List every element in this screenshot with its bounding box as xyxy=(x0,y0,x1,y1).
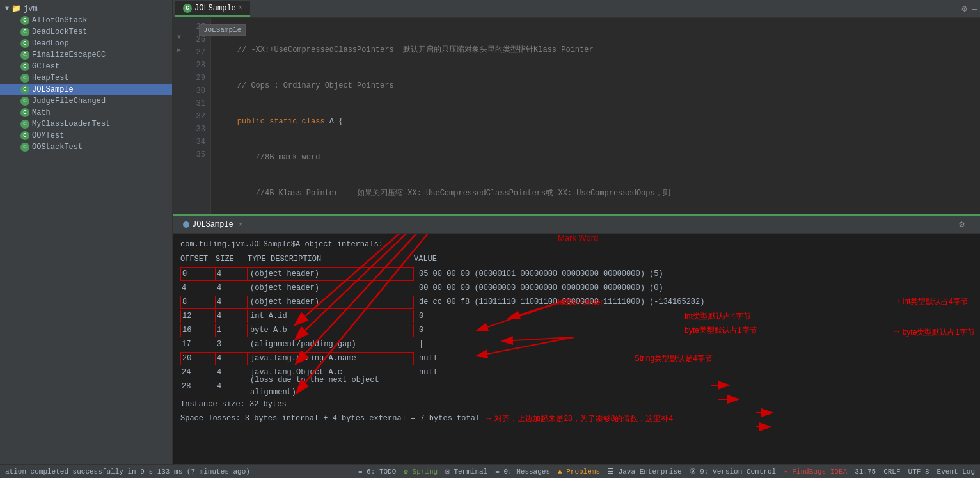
close-tab-icon[interactable]: × xyxy=(239,4,242,12)
output-row-6: 20 4 java.lang.String A.name null String… xyxy=(180,351,972,365)
align-note-bottom: → 对齐，上边加起来是28，为了凑够8的倍数，这里补4 xyxy=(485,413,673,425)
terminal-label: ⊡ Terminal xyxy=(445,467,487,475)
arrow-down-icon: ▼ xyxy=(177,34,181,41)
close-output-tab-icon[interactable]: × xyxy=(239,221,243,228)
sidebar: ▼ 📁 jvm C AllotOnStack C DeadLockTest C … xyxy=(0,0,173,464)
status-item-messages[interactable]: ≡ 0: Messages xyxy=(495,468,550,475)
sidebar-item-allot[interactable]: C AllotOnStack xyxy=(0,15,172,26)
minimize-icon[interactable]: — xyxy=(972,4,977,14)
class-icon: C xyxy=(20,97,29,106)
sidebar-folder-jvm[interactable]: ▼ 📁 jvm xyxy=(0,3,172,15)
sidebar-item-heaptest[interactable]: C HeapTest xyxy=(0,72,172,84)
space-losses-line: Space losses: 3 bytes internal + 4 bytes… xyxy=(180,413,972,425)
line-num-35: 35 xyxy=(191,148,205,161)
class-icon: C xyxy=(20,51,29,60)
code-line-28: //8B mark word xyxy=(219,151,972,164)
gutter-line-35 xyxy=(173,146,186,159)
status-encoding[interactable]: UTF-8 xyxy=(908,468,929,475)
sidebar-item-myclassloader[interactable]: C MyClassLoaderTest xyxy=(0,118,172,130)
code-text: public static class xyxy=(219,116,329,127)
row-6-value: null xyxy=(419,353,438,365)
sidebar-item-gctest[interactable]: C GCTest xyxy=(0,61,172,72)
output-row-4: 16 1 byte A.b 0 byte类型默认占1字节 xyxy=(180,323,972,337)
space-losses-text: Space losses: 3 bytes internal + 4 bytes… xyxy=(180,413,480,425)
sidebar-item-oostacktest[interactable]: C OOStackTest xyxy=(0,141,172,153)
sidebar-item-jolsample[interactable]: C JOLSample xyxy=(0,84,172,95)
row-5-value: | xyxy=(419,339,423,351)
code-line-25: // -XX:+UseCompressedClassPointers 默认开启的… xyxy=(219,44,972,56)
settings-icon[interactable]: ⚙ xyxy=(961,3,967,14)
event-log-text: Event Log xyxy=(937,468,975,475)
fold-icon[interactable]: ▶ xyxy=(177,46,181,54)
row-2-size: 4 xyxy=(216,296,248,309)
sidebar-item-label: DeadLoop xyxy=(32,39,69,48)
output-row-0: 0 4 (object header) 05 00 00 00 (0000010… xyxy=(180,267,972,281)
sidebar-item-oomtest[interactable]: C OOMTest xyxy=(0,130,172,141)
row-7-size: 4 xyxy=(216,367,248,379)
sidebar-item-label: GCTest xyxy=(32,62,59,71)
code-text: // -XX:+UseCompressedClassPointers 默认开启的… xyxy=(219,44,594,56)
byte-annotation-text: byte类型默认占1字节 xyxy=(903,326,975,339)
gutter-line-31 xyxy=(173,95,186,108)
line-num-29: 29 xyxy=(191,72,205,84)
gutter-line-26: ▼ xyxy=(173,31,186,44)
status-cursor-pos[interactable]: 31:75 xyxy=(855,468,876,475)
status-event-log[interactable]: Event Log xyxy=(937,468,975,475)
status-item-problems[interactable]: ▲ Problems xyxy=(558,468,600,475)
editor-scroll[interactable]: ▼ ▶ 25 26 27 xyxy=(173,18,980,214)
sidebar-item-math[interactable]: C Math xyxy=(0,107,172,118)
status-item-version[interactable]: ⑨ 9: Version Control xyxy=(690,467,776,475)
findbugs-label: ✦ FindBugs-IDEA xyxy=(784,467,847,475)
line-num-27: 27 xyxy=(191,46,205,59)
status-item-spring[interactable]: ✿ Spring xyxy=(404,467,438,475)
class-icon: C xyxy=(183,4,192,13)
folder-label: jvm xyxy=(24,4,38,13)
row-3-value: 0 xyxy=(419,310,423,323)
gutter-line-27: ▶ xyxy=(173,44,186,56)
status-bar-left: ation completed successfully in 9 s 133 … xyxy=(5,468,250,475)
status-item-java-ent[interactable]: ☰ Java Enterprise xyxy=(608,467,682,475)
status-item-todo[interactable]: ≡ 6: TODO xyxy=(358,468,396,475)
output-panel: JOLSample × ⚙ — com.tuling.jvm.JOLSample… xyxy=(173,214,980,464)
code-editor: ▼ ▶ 25 26 27 xyxy=(173,18,980,214)
col-offset: OFFSET xyxy=(180,253,216,266)
code-text: A { xyxy=(329,116,344,127)
sidebar-item-label: Math xyxy=(32,108,51,117)
tab-tooltip: JOLSample xyxy=(199,24,246,36)
row-5-size: 3 xyxy=(216,339,248,351)
sidebar-item-deadlock[interactable]: C DeadLockTest xyxy=(0,26,172,38)
line-num-30: 30 xyxy=(191,84,205,97)
sidebar-item-finalize[interactable]: C FinalizeEscapeGC xyxy=(0,49,172,61)
sidebar-item-label: AllotOnStack xyxy=(32,16,87,25)
messages-label: ≡ 0: Messages xyxy=(495,468,550,475)
status-item-findbugs[interactable]: ✦ FindBugs-IDEA xyxy=(784,467,847,475)
code-line-26: // Oops : Ordinary Object Pointers xyxy=(219,79,972,92)
sidebar-item-deadloop[interactable]: C DeadLoop xyxy=(0,38,172,49)
editor-tab-jolsample[interactable]: C JOLSample × xyxy=(175,1,250,17)
code-text: //4B Klass Pointer 如果关闭压缩-XX:-UseCompres… xyxy=(219,187,670,199)
row-5-offset: 17 xyxy=(180,339,216,351)
row-7-offset: 24 xyxy=(180,367,216,379)
output-minimize-icon[interactable]: — xyxy=(970,219,975,230)
row-0-size: 4 xyxy=(216,267,248,281)
editor-toolbar: ⚙ — xyxy=(961,3,977,14)
row-1-value: 00 00 00 00 (00000000 00000000 00000000 … xyxy=(419,282,663,294)
sidebar-item-label: OOMTest xyxy=(32,131,64,140)
status-bar: ation completed successfully in 9 s 133 … xyxy=(0,464,980,478)
code-content[interactable]: // -XX:+UseCompressedClassPointers 默认开启的… xyxy=(211,18,980,214)
sidebar-tree: ▼ 📁 jvm C AllotOnStack C DeadLockTest C … xyxy=(0,0,172,155)
output-settings-icon[interactable]: ⚙ xyxy=(959,219,964,230)
output-content[interactable]: com.tuling.jvm.JOLSample$A object intern… xyxy=(173,234,980,464)
sidebar-item-judgefilechanged[interactable]: C JudgeFileChanged xyxy=(0,95,172,107)
row-2-type: (object header) xyxy=(248,296,414,309)
gutter-line-30 xyxy=(173,82,186,95)
int-annotation: → int类型默认占4字节 xyxy=(894,294,975,310)
class-icon: C xyxy=(20,85,29,94)
row-1-type: (object header) xyxy=(248,282,414,294)
line-num-33: 33 xyxy=(191,123,205,136)
status-line-endings[interactable]: CRLF xyxy=(883,468,900,475)
row-3-size: 4 xyxy=(216,310,248,323)
output-tab-jolsample[interactable]: JOLSample × xyxy=(178,218,248,232)
sidebar-item-label: JudgeFileChanged xyxy=(32,97,106,106)
status-item-terminal[interactable]: ⊡ Terminal xyxy=(445,467,487,475)
